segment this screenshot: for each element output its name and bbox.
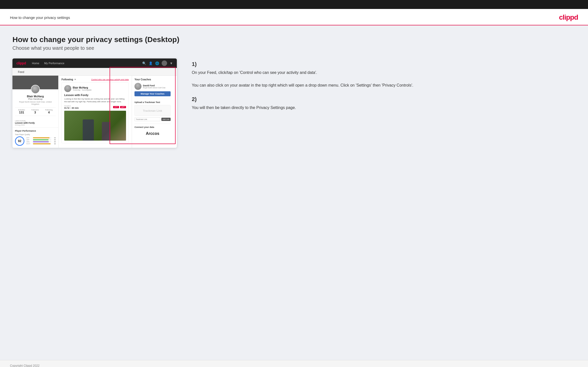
top-bar	[0, 0, 588, 9]
arccos-logo: Arccos	[134, 130, 171, 137]
post-author-row: Blair McHarg Yesterday · Sunningdale	[64, 85, 126, 92]
activities-value: 131	[18, 111, 25, 114]
page-header-title: How to change your privacy settings	[10, 15, 70, 20]
latest-activity-label: Latest Activity	[15, 120, 56, 122]
avatar-button[interactable]	[162, 60, 167, 66]
activities-label: Activities	[18, 109, 25, 111]
instructions-panel: 1) On your Feed, click/tap on 'Control w…	[187, 58, 576, 118]
golfer-silhouette-1	[83, 119, 94, 141]
search-icon[interactable]: 🔍	[142, 61, 146, 65]
app-body: Blair McHarg Plus Handicap Royal North D…	[12, 76, 177, 148]
post-tags: OTT APP	[113, 106, 126, 108]
connect-title: Connect your data	[134, 126, 171, 128]
following-value: 4	[45, 111, 53, 114]
app-nav-links: Home My Performance	[32, 62, 64, 65]
coach-row: David Ford Royal North Devon Golf Club	[134, 83, 171, 90]
quality-row: 92 OTT 90 APP 85	[15, 136, 56, 146]
total-quality-label: Total Player Quality	[15, 134, 56, 135]
followers-value: 3	[31, 111, 39, 114]
post-title: Lesson with Fordy	[64, 94, 126, 97]
nav-home[interactable]: Home	[32, 62, 39, 65]
profile-avatar	[31, 85, 40, 94]
post-image	[64, 111, 126, 141]
tag-app: APP	[120, 106, 126, 108]
post-avatar-image	[64, 85, 71, 92]
add-link-button[interactable]: Add Link	[161, 118, 171, 121]
chevron-down-icon[interactable]: ▼	[170, 61, 173, 65]
nav-my-performance[interactable]: My Performance	[44, 62, 65, 65]
trackman-placeholder: Trackman Link	[134, 105, 171, 116]
profile-cover	[12, 76, 58, 89]
coaches-title: Your Coaches	[134, 78, 171, 81]
duration-value: 01 hr : 30 min	[64, 107, 79, 109]
main-content: How to change your privacy settings (Des…	[0, 25, 588, 360]
profile-handicap: Plus Handicap	[15, 98, 56, 100]
page-header: How to change your privacy settings clip…	[0, 9, 588, 25]
trackman-link-input[interactable]	[134, 117, 160, 121]
coaches-section: Your Coaches David Ford Royal North Devo…	[134, 78, 171, 96]
post-author-name: Blair McHarg	[73, 86, 92, 89]
post-author-info: Blair McHarg Yesterday · Sunningdale	[73, 86, 92, 91]
following-button[interactable]: Following ▼	[62, 78, 76, 81]
instruction-1-number: 1)	[192, 61, 576, 67]
stat-activities: Activities 131	[18, 109, 25, 114]
profile-avatar-image	[31, 85, 39, 93]
app-nav-icons: 🔍 👤 🌐 ▼	[142, 60, 173, 66]
footer-copyright: Copyright Clippd 2022	[10, 364, 40, 367]
instruction-1: 1) On your Feed, click/tap on 'Control w…	[192, 61, 576, 89]
post-duration-row: Duration 01 hr : 30 min OTT APP	[64, 105, 126, 109]
hero-subtitle: Choose what you want people to see	[12, 45, 576, 51]
instruction-1-text: On your Feed, click/tap on 'Control who …	[192, 69, 576, 89]
clippd-logo: clippd	[559, 13, 578, 21]
bar-ott: OTT 90	[26, 137, 56, 139]
profile-info: Blair McHarg Plus Handicap Royal North D…	[12, 89, 58, 120]
latest-activity-date: 03 Aug 2022	[15, 124, 56, 126]
bar-app: APP 85	[26, 139, 56, 141]
sidebar-panel: Your Coaches David Ford Royal North Devo…	[132, 76, 173, 148]
coach-avatar	[134, 83, 141, 90]
profile-stats: Activities 131 Followers 3 Following 4	[15, 107, 56, 116]
duration-label: Duration	[64, 105, 79, 107]
coach-club: Royal North Devon Golf Club	[143, 87, 165, 89]
profile-club: Royal North Devon Golf Club, United King…	[15, 101, 56, 105]
app-navbar: clippd Home My Performance 🔍 👤 🌐 ▼	[12, 58, 177, 68]
following-label: Following	[45, 109, 53, 111]
instruction-2-number: 2)	[192, 96, 576, 103]
chevron-icon: ▼	[74, 78, 76, 81]
coach-avatar-image	[134, 83, 141, 90]
instruction-2: 2) You will then be taken directly to th…	[192, 96, 576, 111]
screenshot-container: clippd Home My Performance 🔍 👤 🌐 ▼ Feed	[12, 58, 177, 148]
globe-icon[interactable]: 🌐	[155, 61, 159, 65]
post-description: Looking to feel like my hands are exitin…	[64, 98, 126, 103]
trackman-section: Upload a Trackman Test Trackman Link Add…	[134, 99, 171, 121]
app-tabbar: Feed	[12, 68, 177, 76]
feed-tab[interactable]: Feed	[16, 70, 26, 74]
bar-putt: PUTT 96	[26, 143, 56, 145]
performance-bars: OTT 90 APP 85 ARG	[26, 137, 56, 145]
post-author-location: Yesterday · Sunningdale	[73, 89, 92, 91]
trackman-input-row: Add Link	[134, 117, 171, 121]
privacy-link[interactable]: Control who can see your activity and da…	[91, 78, 129, 81]
player-performance: Player Performance Total Player Quality …	[12, 127, 58, 148]
trackman-placeholder-text: Trackman Link	[143, 109, 162, 112]
stat-followers: Followers 3	[31, 109, 39, 114]
instruction-2-text: You will then be taken directly to the P…	[192, 105, 576, 111]
app-screenshot-logo: clippd	[16, 61, 26, 65]
feed-panel: Following ▼ Control who can see your act…	[59, 76, 132, 148]
quality-score: 92	[15, 136, 24, 146]
connect-section: Connect your data Arccos	[134, 124, 171, 137]
post-avatar	[64, 85, 71, 92]
coach-info: David Ford Royal North Devon Golf Club	[143, 84, 165, 89]
stat-following: Following 4	[45, 109, 53, 114]
manage-coaches-button[interactable]: Manage Your Coaches	[134, 91, 171, 96]
profile-panel: Blair McHarg Plus Handicap Royal North D…	[12, 76, 59, 148]
person-icon[interactable]: 👤	[149, 61, 153, 65]
following-label: Following	[62, 78, 73, 81]
bar-arg: ARG 86	[26, 141, 56, 143]
profile-latest: Latest Activity Lesson with Fordy 03 Aug…	[12, 120, 58, 127]
profile-name: Blair McHarg	[15, 95, 56, 98]
tag-ott: OTT	[113, 106, 119, 108]
followers-label: Followers	[31, 109, 39, 111]
post-card: Blair McHarg Yesterday · Sunningdale Les…	[62, 82, 129, 143]
golfer-silhouette-2	[102, 122, 111, 141]
